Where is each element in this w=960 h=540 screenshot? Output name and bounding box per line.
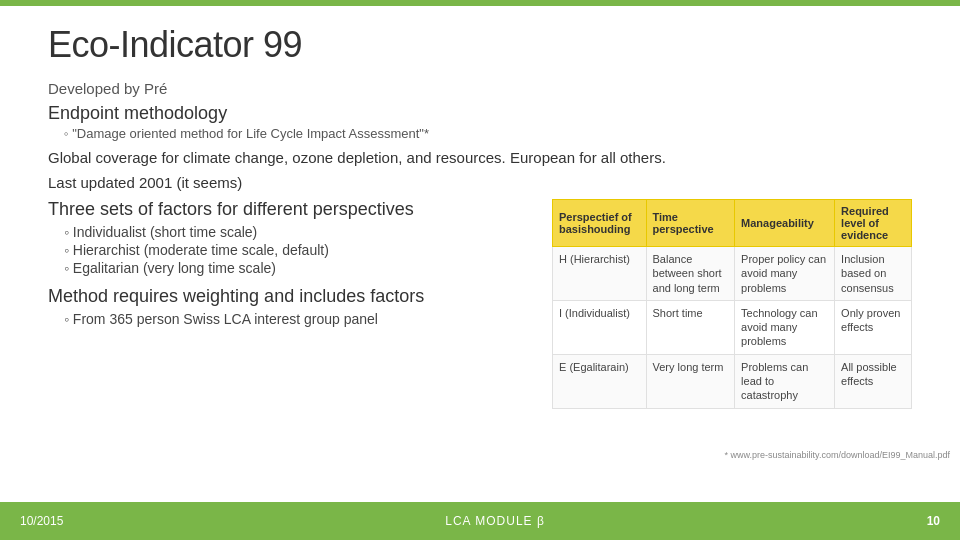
cell-e-manage: Problems can lead to catastrophy — [735, 354, 835, 408]
endpoint-bullet-list: "Damage oriented method for Life Cycle I… — [48, 126, 912, 141]
bullet-individualist: Individualist (short time scale) — [64, 224, 532, 240]
right-column: Perspectief of basishouding Time perspec… — [552, 199, 912, 409]
cell-e-name: E (Egalitarain) — [553, 354, 647, 408]
col-header-manageability: Manageability — [735, 200, 835, 247]
table-row: E (Egalitarain) Very long term Problems … — [553, 354, 912, 408]
slide: Eco-Indicator 99 Developed by Pré Endpoi… — [0, 0, 960, 540]
footnote-text: * www.pre-sustainability.com/download/EI… — [725, 450, 950, 460]
developed-by-text: Developed by Pré — [48, 80, 912, 97]
endpoint-bullet-item: "Damage oriented method for Life Cycle I… — [64, 126, 912, 141]
method-bullet-item: From 365 person Swiss LCA interest group… — [64, 311, 532, 327]
cell-i-time: Short time — [646, 300, 735, 354]
last-updated-text: Last updated 2001 (it seems) — [48, 174, 912, 191]
table-row: I (Individualist) Short time Technology … — [553, 300, 912, 354]
table-body: H (Hierarchist) Balance between short an… — [553, 247, 912, 409]
method-heading: Method requires weighting and includes f… — [48, 286, 532, 307]
footer-date: 10/2015 — [20, 514, 63, 528]
global-coverage-text: Global coverage for climate change, ozon… — [48, 149, 912, 166]
cell-i-manage: Technology can avoid many problems — [735, 300, 835, 354]
col-header-time: Time perspective — [646, 200, 735, 247]
three-sets-bullet-list: Individualist (short time scale) Hierarc… — [48, 224, 532, 276]
bullet-egalitarian: Egalitarian (very long time scale) — [64, 260, 532, 276]
left-column: Three sets of factors for different pers… — [48, 199, 532, 327]
method-sub-list: From 365 person Swiss LCA interest group… — [48, 311, 532, 327]
slide-footer: 10/2015 LCA MODULE β 10 — [0, 502, 960, 540]
cell-h-time: Balance between short and long term — [646, 247, 735, 301]
cell-i-evidence: Only proven effects — [835, 300, 912, 354]
footer-page: 10 — [927, 514, 940, 528]
main-section: Three sets of factors for different pers… — [48, 199, 912, 409]
table-row: H (Hierarchist) Balance between short an… — [553, 247, 912, 301]
table-header-row: Perspectief of basishouding Time perspec… — [553, 200, 912, 247]
slide-content: Eco-Indicator 99 Developed by Pré Endpoi… — [0, 6, 960, 502]
slide-title: Eco-Indicator 99 — [48, 24, 912, 66]
cell-e-evidence: All possible effects — [835, 354, 912, 408]
perspectives-table: Perspectief of basishouding Time perspec… — [552, 199, 912, 409]
cell-i-name: I (Individualist) — [553, 300, 647, 354]
cell-h-manage: Proper policy can avoid many problems — [735, 247, 835, 301]
three-sets-heading: Three sets of factors for different pers… — [48, 199, 532, 220]
cell-h-evidence: Inclusion based on consensus — [835, 247, 912, 301]
col-header-evidence: Required level of evidence — [835, 200, 912, 247]
endpoint-heading: Endpoint methodology — [48, 103, 912, 124]
footer-module: LCA MODULE β — [445, 514, 545, 528]
bullet-hierarchist: Hierarchist (moderate time scale, defaul… — [64, 242, 532, 258]
col-header-perspective: Perspectief of basishouding — [553, 200, 647, 247]
cell-e-time: Very long term — [646, 354, 735, 408]
cell-h-name: H (Hierarchist) — [553, 247, 647, 301]
